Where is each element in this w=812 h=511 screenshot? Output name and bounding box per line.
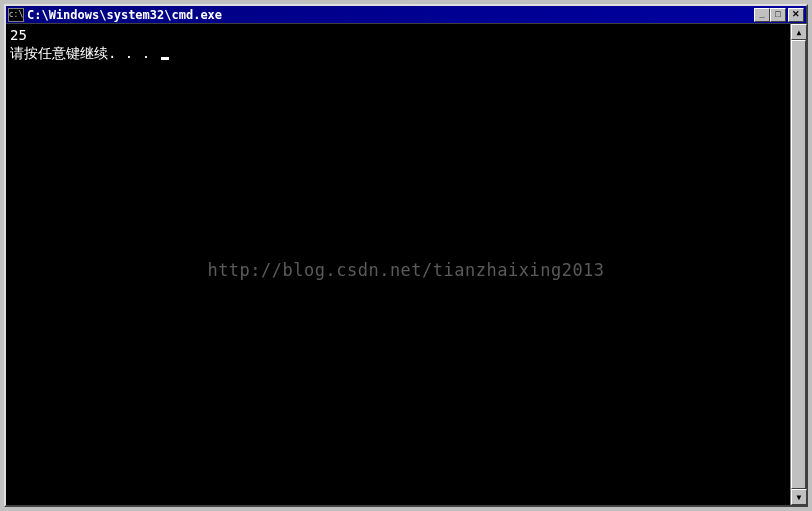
cmd-window: c:\ C:\Windows\system32\cmd.exe _ □ ✕ 25… [4, 4, 808, 507]
window-controls: _ □ ✕ [754, 8, 804, 22]
scroll-up-button[interactable]: ▲ [791, 24, 807, 40]
minimize-button[interactable]: _ [754, 8, 770, 22]
scroll-track[interactable] [791, 40, 806, 489]
cursor-icon [161, 57, 169, 60]
scroll-down-button[interactable]: ▼ [791, 489, 807, 505]
title-bar[interactable]: c:\ C:\Windows\system32\cmd.exe _ □ ✕ [6, 6, 806, 24]
window-title: C:\Windows\system32\cmd.exe [27, 8, 754, 22]
maximize-button[interactable]: □ [770, 8, 786, 22]
scroll-thumb[interactable] [791, 40, 806, 489]
cmd-icon: c:\ [8, 8, 24, 22]
vertical-scrollbar[interactable]: ▲ ▼ [790, 24, 806, 505]
terminal-output[interactable]: 25 请按任意键继续. . . [6, 24, 806, 505]
close-button[interactable]: ✕ [788, 8, 804, 22]
output-line-1: 25 [10, 26, 802, 44]
output-line-2: 请按任意键继续. . . [10, 44, 802, 62]
